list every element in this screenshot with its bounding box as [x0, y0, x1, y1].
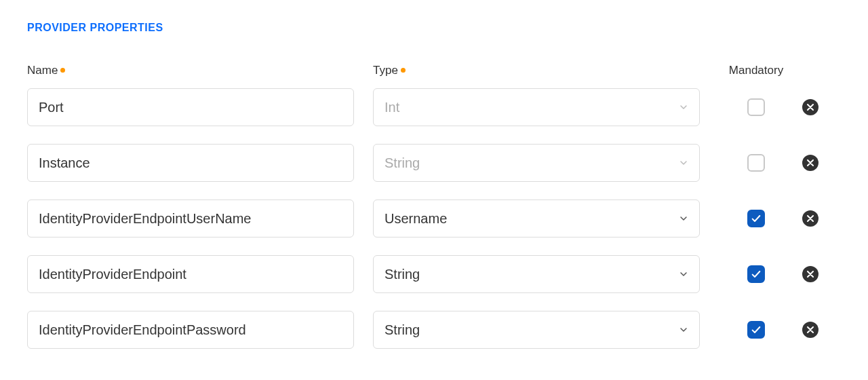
property-name-input[interactable] — [27, 255, 354, 293]
property-row: String — [27, 255, 841, 293]
property-type-select[interactable]: Int — [373, 88, 700, 126]
close-icon — [807, 157, 814, 169]
property-type-value: Username — [384, 211, 447, 227]
chevron-down-icon — [677, 324, 690, 336]
property-type-value: String — [384, 155, 420, 171]
property-type-select[interactable]: String — [373, 311, 700, 349]
close-icon — [807, 101, 814, 113]
property-name-input[interactable] — [27, 200, 354, 238]
required-dot-icon — [60, 68, 65, 73]
chevron-down-icon — [677, 157, 690, 169]
delete-row-button[interactable] — [802, 99, 818, 115]
section-title: PROVIDER PROPERTIES — [27, 22, 841, 34]
property-name-input[interactable] — [27, 144, 354, 182]
property-type-value: Int — [384, 100, 399, 115]
property-type-select[interactable]: String — [373, 144, 700, 182]
property-type-select[interactable]: Username — [373, 200, 700, 238]
property-name-input[interactable] — [27, 311, 354, 349]
property-type-select[interactable]: String — [373, 255, 700, 293]
delete-row-button[interactable] — [802, 210, 818, 227]
chevron-down-icon — [677, 268, 690, 280]
mandatory-checkbox[interactable] — [747, 154, 765, 172]
mandatory-checkbox[interactable] — [747, 321, 765, 339]
close-icon — [807, 324, 814, 336]
property-row: Username — [27, 200, 841, 238]
close-icon — [807, 268, 814, 280]
chevron-down-icon — [677, 101, 690, 113]
header-name: Name — [27, 64, 58, 77]
property-name-input[interactable] — [27, 88, 354, 126]
property-row: String — [27, 144, 841, 182]
close-icon — [807, 212, 814, 225]
property-type-value: String — [384, 322, 420, 338]
property-row: String — [27, 311, 841, 349]
mandatory-checkbox[interactable] — [747, 210, 765, 227]
property-type-value: String — [384, 267, 420, 282]
header-mandatory: Mandatory — [729, 64, 783, 77]
mandatory-checkbox[interactable] — [747, 98, 765, 116]
required-dot-icon — [401, 68, 406, 73]
mandatory-checkbox[interactable] — [747, 265, 765, 283]
delete-row-button[interactable] — [802, 322, 818, 338]
property-row: Int — [27, 88, 841, 126]
delete-row-button[interactable] — [802, 155, 818, 171]
column-headers: Name Type Mandatory — [27, 64, 841, 77]
delete-row-button[interactable] — [802, 266, 818, 282]
chevron-down-icon — [677, 212, 690, 225]
header-type: Type — [373, 64, 398, 77]
